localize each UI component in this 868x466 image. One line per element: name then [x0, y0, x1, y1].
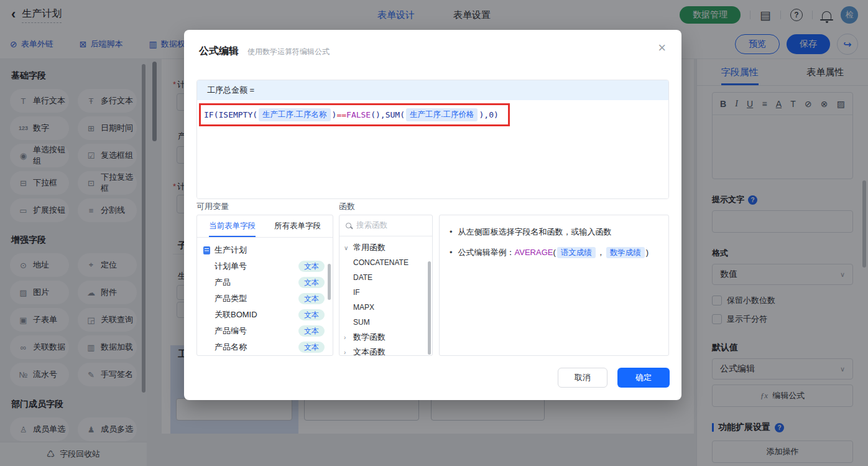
example-token: ) — [646, 248, 649, 257]
variables-tree-root[interactable]: 生产计划 — [197, 242, 333, 258]
variables-scrollbar[interactable] — [328, 264, 331, 300]
modal-footer: 取消 确定 — [558, 368, 670, 388]
formula-editor-area[interactable]: IF(ISEMPTY(生产工序.工序名称)==FALSE(),SUM(生产工序.… — [197, 100, 668, 198]
variable-name: 关联BOMID — [215, 309, 257, 320]
function-groups: › 数学函数 › 文本函数 — [339, 330, 432, 356]
cancel-button[interactable]: 取消 — [558, 368, 607, 388]
bullet: • — [450, 246, 453, 259]
variable-name: 计划单号 — [215, 261, 247, 272]
example-token: 公式编辑举例： — [458, 248, 515, 257]
function-item[interactable]: MAPX — [339, 300, 432, 315]
function-group-common[interactable]: ∨ 常用函数 — [339, 240, 432, 255]
variable-name: 产品名称 — [215, 342, 247, 353]
variable-type-badge: 文本 — [298, 261, 325, 272]
variable-row[interactable]: 产品名称 文本 — [197, 339, 333, 355]
function-search[interactable]: 搜索函数 — [339, 215, 432, 236]
chevron-down-icon: ∨ — [344, 245, 350, 251]
modal-header: 公式编辑 使用数学运算符编辑公式 — [184, 30, 681, 58]
bullet: • — [450, 226, 453, 238]
formula-token: FALSE — [346, 110, 371, 119]
functions-scrollbar[interactable] — [428, 261, 431, 355]
chevron-right-icon: › — [344, 334, 350, 341]
variable-type-badge: 文本 — [298, 342, 325, 353]
variables-list: 生产计划 计划单号 文本 产品 文本 — [197, 238, 333, 355]
formula-token: == — [336, 110, 346, 119]
variables-panel: 当前表单字段所有表单字段 生产计划 计划单号 文本 产品 — [196, 215, 333, 356]
formula-token: ),0) — [479, 110, 498, 119]
form-doc-icon — [203, 246, 210, 254]
variable-type-badge: 文本 — [298, 277, 325, 288]
modal-subtitle: 使用数学运算符编辑公式 — [247, 47, 330, 57]
example-token: AVERAGE — [515, 248, 553, 257]
variables-tab[interactable]: 所有表单字段 — [274, 215, 321, 237]
formula-target: 工序总金额 = — [197, 80, 668, 100]
help-line-1: • 从左侧面板选择字段名和函数，或输入函数 — [450, 226, 658, 238]
functions-panel: 搜索函数 ∨ 常用函数 CONCATENATEDATEIFMAPXSUM › 数… — [339, 215, 433, 356]
variable-row[interactable]: 关联BOMID 文本 — [197, 307, 333, 323]
variable-row[interactable]: 产品 文本 — [197, 274, 333, 291]
app-root: ‹ 生产计划 表单设计表单设置 数据管理 ▤ ? 检 ⊘ 表单外链 — [0, 0, 868, 466]
formula-token: (),SUM( — [371, 110, 405, 119]
help-line-2: • 公式编辑举例：AVERAGE(语文成绩，数学成绩) — [450, 246, 658, 259]
variable-type-badge: 文本 — [298, 309, 325, 320]
formula-token: ) — [332, 110, 337, 119]
variable-row[interactable]: 产品类型 文本 — [197, 291, 333, 307]
variable-type-badge: 文本 — [298, 325, 325, 337]
formula-token: IF(ISEMPTY( — [204, 110, 257, 119]
help-example: 公式编辑举例：AVERAGE(语文成绩，数学成绩) — [458, 246, 649, 259]
variables-tabs: 当前表单字段所有表单字段 — [197, 215, 333, 238]
example-token: ， — [597, 248, 605, 257]
formula-expression[interactable]: IF(ISEMPTY(生产工序.工序名称)==FALSE(),SUM(生产工序.… — [199, 103, 510, 126]
close-icon[interactable]: × — [658, 41, 666, 55]
formula-card: 工序总金额 = IF(ISEMPTY(生产工序.工序名称)==FALSE(),S… — [196, 80, 669, 199]
variable-name: 产品编号 — [215, 325, 247, 337]
function-item[interactable]: DATE — [339, 270, 432, 285]
variables-tab[interactable]: 当前表单字段 — [209, 215, 256, 237]
functions-label: 函数 — [339, 201, 355, 212]
variables-label: 可用变量 — [196, 201, 229, 212]
formula-token: 生产工序.工序名称 — [259, 108, 330, 121]
example-token: 数学成绩 — [606, 247, 645, 258]
formula-token: 生产工序.工序价格 — [406, 108, 478, 121]
example-token: 语文成绩 — [557, 247, 596, 258]
function-item[interactable]: CONCATENATE — [339, 255, 432, 270]
function-items: CONCATENATEDATEIFMAPXSUM — [339, 255, 432, 330]
formula-editor-modal: 公式编辑 使用数学运算符编辑公式 × 工序总金额 = IF(ISEMPTY(生产… — [184, 30, 681, 400]
function-group[interactable]: › 文本函数 — [339, 345, 432, 356]
variables-rows: 计划单号 文本 产品 文本 产品类型 文本 — [197, 258, 333, 355]
chevron-right-icon: › — [344, 349, 350, 356]
variable-name: 产品类型 — [215, 293, 247, 304]
search-icon — [346, 223, 351, 228]
variable-row[interactable]: 计划单号 文本 — [197, 258, 333, 274]
confirm-button[interactable]: 确定 — [617, 368, 670, 388]
search-placeholder: 搜索函数 — [356, 220, 387, 231]
modal-title: 公式编辑 — [199, 45, 239, 58]
variable-name: 产品 — [215, 277, 231, 288]
function-group[interactable]: › 数学函数 — [339, 330, 432, 345]
help-panel: • 从左侧面板选择字段名和函数，或输入函数 • 公式编辑举例：AVERAGE(语… — [439, 215, 669, 356]
function-item[interactable]: SUM — [339, 315, 432, 330]
function-item[interactable]: IF — [339, 285, 432, 300]
example-token: ( — [553, 248, 555, 257]
variable-type-badge: 文本 — [298, 293, 325, 304]
variable-row[interactable]: 产品编号 文本 — [197, 323, 333, 339]
